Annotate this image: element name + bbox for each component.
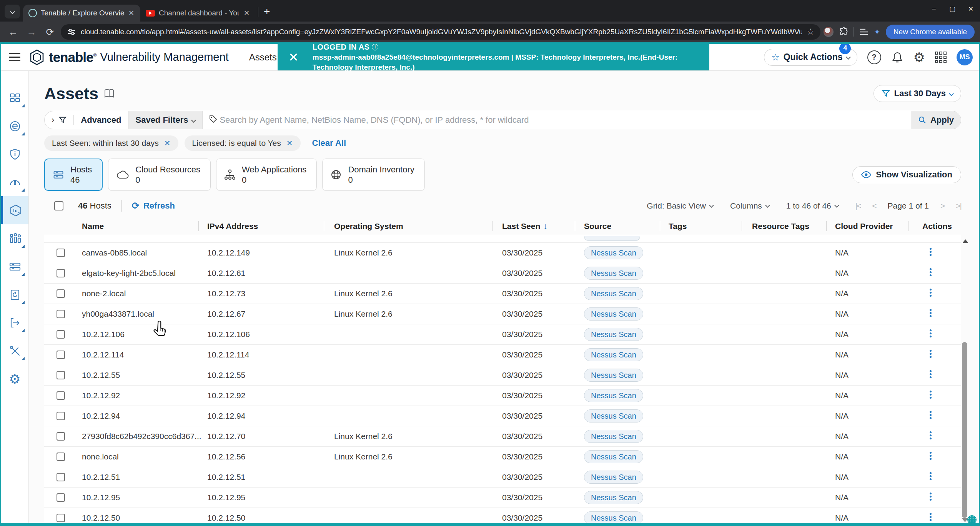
column-header-last-seen[interactable]: Last Seen↓ (492, 218, 575, 235)
source-pill[interactable]: Nessus Scan (584, 450, 643, 463)
sidebar-item-attack-path[interactable] (1, 168, 28, 196)
row-actions-kebab-icon[interactable] (908, 471, 932, 481)
search-input[interactable] (220, 115, 910, 125)
browser-tab-tenable[interactable]: Tenable / Explore Overview / As ✕ (23, 5, 140, 22)
row-actions-kebab-icon[interactable] (908, 349, 932, 359)
app-switcher-icon[interactable] (935, 52, 947, 63)
source-pill[interactable]: Nessus Scan (584, 328, 643, 341)
row-actions-kebab-icon[interactable] (908, 491, 932, 502)
expand-filters-icon[interactable]: › (52, 115, 54, 125)
cell-name[interactable]: 10.2.12.114 (68, 350, 198, 359)
table-row[interactable]: canvas-0b85.local 10.2.12.149 Linux Kern… (44, 243, 961, 263)
table-row[interactable]: 10.2.12.95 10.2.12.95 03/30/2025 Nessus … (44, 488, 961, 508)
table-row[interactable]: 27930fd8c62b492c390cc6d367... 10.2.12.70… (44, 426, 961, 447)
refresh-button[interactable]: ⟳ Refresh (132, 200, 175, 211)
source-pill[interactable]: Nessus Scan (584, 369, 643, 382)
remove-filter-icon[interactable]: ✕ (286, 139, 293, 148)
column-header-os[interactable]: Operating System (324, 218, 492, 235)
saved-filters-dropdown[interactable]: Saved Filters (128, 111, 203, 129)
row-checkbox[interactable] (57, 514, 65, 522)
filter-chip-last-seen[interactable]: Last Seen: within last 30 days ✕ (44, 135, 178, 151)
hamburger-menu-icon[interactable] (9, 51, 20, 63)
cell-name[interactable]: 10.2.12.92 (68, 391, 198, 400)
user-avatar[interactable]: MS (957, 49, 973, 65)
tab-close-icon[interactable]: ✕ (243, 9, 250, 17)
table-row[interactable]: 10.2.12.50 10.2.12.50 03/30/2025 Nessus … (44, 508, 961, 523)
settings-gear-icon[interactable]: ⚙ (913, 51, 925, 64)
cell-name[interactable]: 10.2.12.94 (68, 411, 198, 421)
sidebar-item-dashboards[interactable] (1, 84, 28, 112)
row-checkbox[interactable] (57, 391, 65, 400)
table-row[interactable]: 10.2.12.94 10.2.12.94 03/30/2025 Nessus … (44, 406, 961, 426)
info-icon[interactable]: i (372, 44, 378, 50)
site-settings-icon[interactable] (67, 27, 76, 37)
scroll-up-arrow-icon[interactable] (962, 239, 968, 243)
source-pill[interactable]: Nessus Scan (584, 511, 643, 523)
reload-icon[interactable]: ⟳ (42, 27, 58, 38)
source-pill[interactable]: Nessus Scan (584, 491, 643, 504)
column-header-name[interactable]: Name (68, 218, 198, 235)
column-header-source[interactable]: Source (575, 218, 660, 235)
tab-hosts[interactable]: Hosts46 (44, 159, 103, 191)
table-row[interactable]: 10.2.12.55 10.2.12.55 03/30/2025 Nessus … (44, 365, 961, 386)
cell-name[interactable]: none.local (68, 452, 198, 461)
column-header-resource-tags[interactable]: Resource Tags (742, 218, 826, 235)
column-header-tags[interactable]: Tags (660, 218, 742, 235)
url-text[interactable]: cloud.tenable.com/tio/app.html#/assets-u… (81, 28, 802, 36)
grid-view-dropdown[interactable]: Grid: Basic View (647, 201, 713, 210)
source-pill[interactable]: Nessus Scan (584, 430, 643, 443)
forward-icon[interactable]: → (24, 27, 39, 38)
sidebar-item-settings[interactable]: ⚙ (1, 365, 28, 393)
clear-all-link[interactable]: Clear All (312, 138, 346, 148)
source-pill[interactable]: Nessus Scan (584, 471, 643, 484)
row-actions-kebab-icon[interactable] (908, 247, 932, 257)
row-actions-kebab-icon[interactable] (908, 328, 932, 339)
filter-chip-licensed[interactable]: Licensed: is equal to Yes ✕ (185, 135, 301, 151)
row-checkbox[interactable] (57, 289, 65, 298)
table-row[interactable]: elgato-key-light-2bc5.local 10.2.12.61 0… (44, 263, 961, 284)
banner-close-icon[interactable]: ✕ (288, 50, 299, 65)
row-actions-kebab-icon[interactable] (908, 410, 932, 420)
url-bar[interactable]: cloud.tenable.com/tio/app.html#/assets-u… (61, 24, 820, 40)
show-visualization-button[interactable]: Show Visualization (852, 166, 961, 183)
notifications-bell-icon[interactable] (891, 51, 903, 63)
row-actions-kebab-icon[interactable] (908, 308, 932, 318)
row-checkbox[interactable] (57, 412, 65, 420)
row-checkbox[interactable] (57, 453, 65, 461)
table-row[interactable]: 10.2.12.92 10.2.12.92 03/30/2025 Nessus … (44, 386, 961, 406)
cell-name[interactable]: 10.2.12.106 (68, 330, 198, 339)
source-pill[interactable]: Nessus Scan (584, 246, 643, 259)
row-checkbox[interactable] (57, 493, 65, 502)
column-header-cloud-provider[interactable]: Cloud Provider (826, 218, 908, 235)
new-tab-button[interactable]: + (264, 5, 270, 18)
source-pill[interactable]: Nessus Scan (584, 287, 643, 300)
time-range-filter-button[interactable]: Last 30 Days (874, 85, 961, 102)
row-actions-kebab-icon[interactable] (908, 369, 932, 379)
prev-page-icon[interactable]: < (872, 201, 876, 210)
row-actions-kebab-icon[interactable] (908, 430, 932, 441)
row-checkbox[interactable] (57, 371, 65, 379)
reading-list-icon[interactable] (859, 28, 869, 36)
cell-name[interactable]: 10.2.12.51 (68, 473, 198, 482)
sidebar-item-remediation-tools[interactable] (1, 337, 28, 365)
cell-name[interactable]: 10.2.12.50 (68, 513, 198, 523)
apply-button[interactable]: Apply (911, 111, 961, 129)
source-pill[interactable]: Nessus Scan (584, 267, 643, 280)
row-actions-kebab-icon[interactable] (908, 389, 932, 400)
source-pill[interactable]: Nessus Scan (584, 409, 643, 422)
select-all-checkbox[interactable] (54, 201, 63, 210)
window-maximize-button[interactable]: ▢ (943, 0, 962, 18)
back-icon[interactable]: ← (5, 27, 21, 38)
tab-web-applications[interactable]: Web Applications0 (216, 159, 317, 191)
cell-name[interactable]: elgato-key-light-2bc5.local (68, 269, 198, 278)
cell-name[interactable]: 27930fd8c62b492c390cc6d367... (68, 432, 198, 441)
table-row[interactable]: 10.2.12.51 10.2.12.51 03/30/2025 Nessus … (44, 467, 961, 488)
column-header-actions[interactable]: Actions (908, 218, 961, 235)
row-checkbox[interactable] (57, 249, 65, 257)
table-row[interactable]: none-2.local 10.2.12.73 Linux Kernel 2.6… (44, 284, 961, 304)
columns-dropdown[interactable]: Columns (730, 201, 769, 210)
table-row[interactable]: 10.2.12.114 10.2.12.114 03/30/2025 Nessu… (44, 345, 961, 365)
row-checkbox[interactable] (57, 351, 65, 359)
cell-name[interactable]: none-2.local (68, 289, 198, 298)
row-checkbox[interactable] (57, 269, 65, 277)
